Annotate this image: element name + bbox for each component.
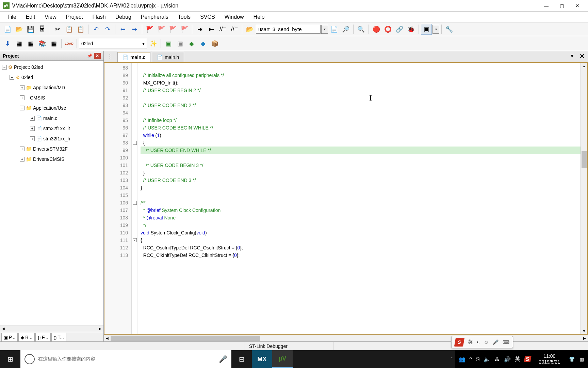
pack-installer-button[interactable] xyxy=(186,38,197,49)
tree-file-mainc[interactable]: +📄main.c xyxy=(0,113,103,123)
code-content[interactable]: I /* Initialize all configured periphera… xyxy=(138,63,581,334)
redo-button[interactable] xyxy=(102,24,113,35)
menu-view[interactable]: View xyxy=(40,13,61,21)
ime-emoji-icon[interactable]: ☺ xyxy=(484,339,489,345)
download-button[interactable] xyxy=(64,38,75,49)
editor-tab-main-h[interactable]: 📄main.h xyxy=(152,52,184,62)
tree-group-2[interactable]: −📁Application/Use xyxy=(0,103,103,113)
tree-project-root[interactable]: −⚙Project: 02led xyxy=(0,62,103,72)
breakpoint-enable-button[interactable] xyxy=(382,24,393,35)
start-button[interactable]: ⊞ xyxy=(0,350,20,368)
tree-file-stm32f1xx_h[interactable]: +📄stm32f1xx_h xyxy=(0,134,103,144)
scroll-thumb[interactable] xyxy=(111,336,260,341)
ime-logo-icon[interactable]: S xyxy=(454,338,465,347)
nav-forward-button[interactable] xyxy=(129,24,140,35)
panel-tab-1[interactable]: ◆B... xyxy=(18,333,35,341)
breakpoint-insert-button[interactable] xyxy=(371,24,382,35)
debug-button[interactable] xyxy=(356,24,366,35)
taskbar-app-uvision[interactable]: µV xyxy=(272,350,293,368)
tab-list-dropdown[interactable]: ▼ xyxy=(570,53,574,59)
tab-scroll-left-icon[interactable]: ⋮ xyxy=(107,53,113,60)
side-icon-1[interactable]: 👕 xyxy=(569,356,575,362)
ime-lang[interactable]: 英 xyxy=(468,339,473,345)
ime-bar[interactable]: S 英 •, ☺ 🎤 ⌨ xyxy=(451,336,513,348)
comment-button[interactable]: //≡ xyxy=(217,24,228,35)
editor-tab-main-c[interactable]: 📄main.c xyxy=(117,52,150,62)
window-layout-button[interactable] xyxy=(421,24,432,35)
tray-overflow-icon[interactable]: ˄ xyxy=(448,357,455,362)
panel-tab-0[interactable]: ▣P... xyxy=(1,333,18,341)
scroll-up-icon[interactable]: ▲ xyxy=(581,63,587,69)
scroll-right-icon[interactable]: ▶ xyxy=(581,335,588,341)
tree-group-0[interactable]: +📁Application/MD xyxy=(0,82,103,93)
target-select[interactable]: 02led ▾ xyxy=(79,39,147,48)
bookmark-clear-button[interactable] xyxy=(179,24,190,35)
tree-target[interactable]: −⚙02led xyxy=(0,72,103,82)
project-tree[interactable]: −⚙Project: 02led−⚙02led+📁Application/MD+… xyxy=(0,61,103,325)
task-view-button[interactable]: ⊟ xyxy=(231,355,252,363)
system-tray[interactable]: 👥 ^ ⎘ 🔈 🖧 🔊 英 S xyxy=(455,356,534,363)
taskbar-search[interactable]: 在这里输入你要搜索的内容 🎤 xyxy=(20,350,231,368)
tree-group-4[interactable]: +📁Drivers/CMSIS xyxy=(0,154,103,164)
tray-volume-icon[interactable]: 🔊 xyxy=(504,356,511,363)
rebuild-button[interactable]: ▦ xyxy=(25,38,36,49)
cut-button[interactable] xyxy=(52,24,63,35)
tray-sogou-icon[interactable]: S xyxy=(524,356,531,362)
books-button[interactable] xyxy=(209,38,220,49)
menu-flash[interactable]: Flash xyxy=(88,13,111,21)
menu-debug[interactable]: Debug xyxy=(111,13,136,21)
scroll-left-icon[interactable]: ◀ xyxy=(104,335,111,341)
menu-svcs[interactable]: SVCS xyxy=(195,13,220,21)
tray-sync-icon[interactable]: ⎘ xyxy=(476,356,479,362)
mic-icon[interactable]: 🎤 xyxy=(219,355,227,363)
new-file-button[interactable] xyxy=(2,24,13,35)
indent-button[interactable] xyxy=(194,24,205,35)
tray-people-icon[interactable]: 👥 xyxy=(459,356,466,363)
tray-battery-icon[interactable]: 🔈 xyxy=(484,356,490,363)
options-button[interactable] xyxy=(148,38,159,49)
tree-file-stm32f1xx_it[interactable]: +📄stm32f1xx_it xyxy=(0,123,103,134)
menu-peripherals[interactable]: Peripherals xyxy=(136,13,173,21)
manage-components-button[interactable] xyxy=(198,38,209,49)
bookmark-next-button[interactable] xyxy=(167,24,178,35)
horizontal-scrollbar[interactable]: ◀ ▶ xyxy=(104,335,588,341)
code-editor[interactable]: 8889909192939495969798991001011021031041… xyxy=(104,63,588,335)
undo-button[interactable] xyxy=(91,24,101,35)
panel-close-button[interactable]: ✕ xyxy=(94,53,101,59)
scroll-left-icon[interactable]: ◀ xyxy=(0,325,7,332)
panel-tab-3[interactable]: ()T... xyxy=(51,333,66,341)
tray-network-icon[interactable]: 🖧 xyxy=(494,356,500,362)
outdent-button[interactable] xyxy=(206,24,217,35)
menu-edit[interactable]: Edit xyxy=(21,13,40,21)
scroll-down-icon[interactable]: ▼ xyxy=(581,328,587,334)
tray-ime-lang[interactable]: 英 xyxy=(515,356,520,363)
save-button[interactable] xyxy=(25,24,36,35)
configure-button[interactable] xyxy=(444,24,455,35)
maximize-button[interactable]: ▢ xyxy=(554,1,570,11)
save-all-button[interactable] xyxy=(37,24,48,35)
panel-tab-2[interactable]: {}F... xyxy=(35,333,50,341)
menu-window[interactable]: Window xyxy=(220,13,249,21)
tree-hscroll[interactable]: ◀ ▶ xyxy=(0,325,103,332)
menu-project[interactable]: Project xyxy=(61,13,88,21)
fold-gutter[interactable]: --- xyxy=(132,63,138,334)
taskbar-clock[interactable]: 11:00 2019/5/21 xyxy=(534,353,565,365)
copy-button[interactable] xyxy=(64,24,75,35)
paste-button[interactable] xyxy=(75,24,86,35)
tree-group-1[interactable]: +CMSIS xyxy=(0,93,103,103)
find-in-files-button[interactable] xyxy=(244,24,255,35)
ime-mic-icon[interactable]: 🎤 xyxy=(493,339,499,345)
uncomment-button[interactable]: //≡ xyxy=(229,24,240,35)
translate-button[interactable] xyxy=(2,38,13,49)
menu-help[interactable]: Help xyxy=(249,13,270,21)
scroll-thumb[interactable] xyxy=(582,151,587,168)
layout-dropdown[interactable]: ▾ xyxy=(432,25,439,34)
pin-icon[interactable]: 📌 xyxy=(87,53,93,58)
tree-group-3[interactable]: +📁Drivers/STM32F xyxy=(0,144,103,154)
breakpoint-disable-button[interactable] xyxy=(394,24,405,35)
build-button[interactable]: ▦ xyxy=(14,38,24,49)
tab-close-button[interactable]: ✕ xyxy=(579,52,585,60)
find-dropdown[interactable]: ▾ xyxy=(321,25,328,34)
bookmark-prev-button[interactable] xyxy=(156,24,167,35)
find-input[interactable] xyxy=(256,25,321,34)
